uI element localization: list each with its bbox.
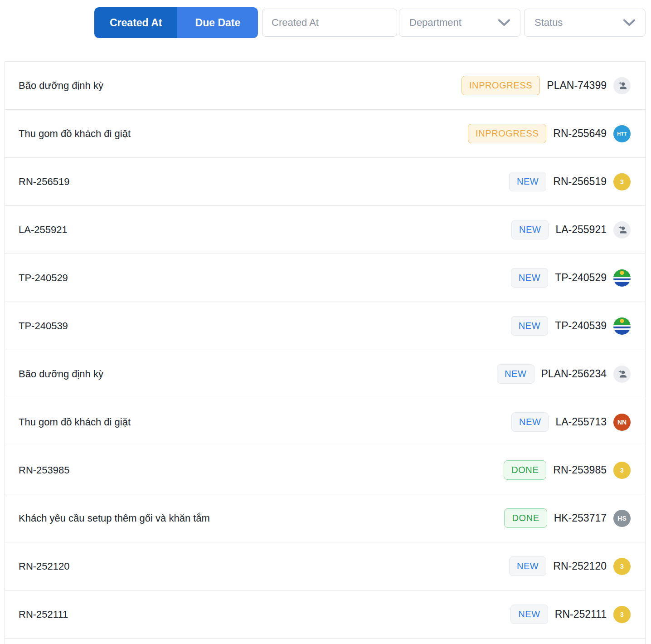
task-row-meta: NEW RN-256519 3 (509, 172, 631, 191)
toggle-created-at-button[interactable]: Created At (94, 7, 177, 38)
task-row-meta: NEW TP-240529 (511, 268, 631, 288)
avatar[interactable]: HTT (613, 125, 631, 142)
department-select-label: Department (409, 17, 462, 29)
task-row-meta: NEW LA-255921 (511, 220, 631, 239)
status-badge: NEW (511, 316, 548, 336)
task-row[interactable]: TP-240529 NEW TP-240529 (5, 254, 645, 302)
chevron-down-icon (623, 19, 635, 26)
task-title: RN-253985 (19, 464, 70, 476)
task-row[interactable]: RN-252111 NEW RN-252111 3 (5, 590, 645, 639)
task-row[interactable]: LA-255921 NEW LA-255921 (5, 206, 645, 254)
task-title: TP-240539 (19, 320, 68, 332)
person-add-icon (617, 224, 627, 235)
created-at-input[interactable] (262, 9, 397, 37)
avatar[interactable]: 3 (613, 173, 631, 190)
status-badge: NEW (509, 556, 546, 576)
task-row[interactable]: TP-240539 NEW TP-240539 (5, 302, 645, 350)
status-badge: DONE (504, 508, 547, 528)
task-row-meta: NEW RN-252111 3 (510, 605, 631, 624)
task-title: Thu gom đồ khách đi giặt (19, 128, 131, 140)
avatar[interactable]: NN (613, 414, 631, 431)
task-row-meta: DONE HK-253717 HS (504, 508, 631, 528)
task-row-meta: DONE RN-253985 3 (504, 460, 631, 480)
task-title: RN-252111 (19, 609, 68, 620)
company-logo-avatar[interactable] (613, 269, 631, 287)
assign-user-avatar[interactable] (613, 221, 631, 239)
avatar[interactable]: 3 (613, 558, 631, 575)
status-badge: NEW (511, 412, 549, 432)
task-id: TP-240529 (555, 272, 607, 284)
task-id: RN-256519 (553, 176, 607, 188)
assign-user-avatar[interactable] (613, 366, 631, 383)
assign-user-avatar[interactable] (613, 77, 631, 94)
task-title: RN-252120 (19, 561, 70, 572)
task-title: Thu gom đồ khách đi giặt (19, 416, 131, 428)
avatar[interactable]: HS (613, 510, 631, 527)
status-badge: NEW (510, 605, 548, 624)
task-row-meta: INPROGRESS RN-255649 HTT (468, 124, 631, 143)
avatar[interactable]: 3 (613, 462, 631, 479)
toggle-due-date-button[interactable]: Due Date (177, 7, 258, 38)
task-row[interactable]: Thu gom đồ khách đi giặt INPROGRESS RN-2… (5, 110, 645, 158)
task-id: HK-253717 (554, 512, 607, 524)
status-badge: INPROGRESS (462, 76, 540, 95)
task-id: LA-255921 (555, 224, 607, 236)
person-add-icon (617, 80, 627, 91)
department-select[interactable]: Department (399, 9, 520, 37)
task-row[interactable]: RN-256519 NEW RN-256519 3 (5, 158, 645, 206)
task-id: TP-240539 (555, 320, 607, 332)
task-row-meta: INPROGRESS PLAN-74399 (462, 76, 631, 95)
task-row[interactable]: RN-252120 NEW RN-252120 3 (5, 542, 645, 590)
task-title: Bão dưỡng định kỳ (19, 368, 103, 380)
task-id: RN-255649 (553, 127, 607, 140)
task-title: RN-256519 (19, 176, 70, 188)
task-title: TP-240529 (19, 272, 68, 284)
status-badge: NEW (511, 268, 548, 288)
task-title: LA-255921 (19, 224, 68, 236)
task-list: Bão dưỡng định kỳ INPROGRESS PLAN-74399 … (5, 61, 646, 644)
status-badge: DONE (504, 460, 546, 480)
task-title: Bão dưỡng định kỳ (19, 80, 103, 92)
task-id: RN-252120 (553, 560, 607, 572)
status-badge: INPROGRESS (468, 124, 546, 143)
status-badge: NEW (497, 364, 534, 384)
status-badge: NEW (509, 172, 546, 191)
task-row[interactable]: Bão dưỡng định kỳ INPROGRESS PLAN-74399 (5, 62, 645, 110)
date-mode-toggle: Created At Due Date (94, 7, 258, 38)
avatar[interactable]: 3 (613, 606, 631, 623)
task-row[interactable]: RN-253985 DONE RN-253985 3 (5, 446, 645, 494)
task-row-meta: NEW RN-252120 3 (509, 556, 631, 576)
toolbar: Created At Due Date Department Status (0, 0, 651, 61)
task-title: Khách yêu cầu setup thêm gối và khăn tắm (19, 512, 210, 524)
task-id: RN-253985 (553, 464, 607, 476)
task-row-meta: NEW LA-255713 NN (511, 412, 631, 432)
task-row[interactable]: Bão dưỡng định kỳ NEW PLAN-256234 (5, 350, 645, 398)
status-select[interactable]: Status (524, 9, 646, 37)
task-row[interactable]: Thu gom đồ khách đi giặt NEW LA-255713 N… (5, 398, 645, 446)
task-row[interactable]: Khách yêu cầu setup thêm gối và khăn tắm… (5, 494, 645, 542)
task-id: PLAN-256234 (541, 368, 607, 380)
person-add-icon (617, 369, 627, 380)
task-id: PLAN-74399 (547, 79, 607, 92)
status-select-label: Status (534, 17, 563, 29)
chevron-down-icon (498, 19, 510, 26)
task-id: LA-255713 (555, 416, 607, 428)
company-logo-avatar[interactable] (613, 317, 631, 335)
task-id: RN-252111 (555, 608, 607, 620)
task-row-meta: NEW TP-240539 (511, 316, 631, 336)
status-badge: NEW (511, 220, 549, 239)
task-row-meta: NEW PLAN-256234 (497, 364, 631, 384)
